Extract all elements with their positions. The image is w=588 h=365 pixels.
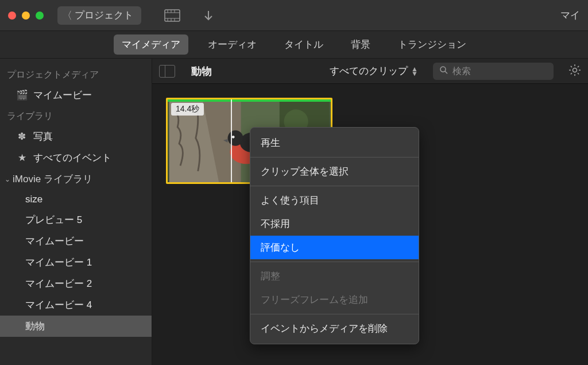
titlebar-right-text: マイ [560, 9, 580, 22]
sidebar-heading-project-media: プロジェクトメディア [0, 64, 152, 84]
menu-item-play[interactable]: 再生 [250, 131, 419, 155]
close-window-button[interactable] [8, 11, 16, 20]
clip-playhead[interactable] [231, 99, 232, 182]
sidebar-heading-library: ライブラリ [0, 106, 152, 126]
fullscreen-window-button[interactable] [36, 11, 44, 20]
clapperboard-icon: 🎬 [16, 89, 28, 101]
menu-separator [250, 262, 419, 262]
library-panel: 動物 すべてのクリップ ▲▼ [152, 59, 588, 365]
clip-duration-badge: 14.4秒 [171, 103, 204, 116]
titlebar: 〈 プロジェクト ♪ マイ [0, 0, 588, 31]
sidebar-item-label: マイムービー 2 [25, 277, 92, 290]
menu-separator [250, 157, 419, 157]
window-controls [8, 11, 44, 20]
tab-transitions[interactable]: トランジション [390, 34, 474, 55]
sidebar-item-label: size [25, 194, 42, 205]
search-icon [440, 66, 448, 76]
sidebar-group-label: iMovie ライブラリ [13, 172, 92, 186]
tab-my-media[interactable]: マイメディア [114, 34, 188, 55]
sidebar-item-label: マイムービー 1 [25, 256, 92, 269]
sidebar-item-photos[interactable]: ✽ 写真 [0, 126, 152, 147]
sidebar-item-mymovie[interactable]: マイムービー [0, 230, 152, 252]
sidebar-item-mymovie2[interactable]: マイムービー 2 [0, 273, 152, 294]
sidebar: プロジェクトメディア 🎬 マイムービー ライブラリ ✽ 写真 ★ すべてのイベン… [0, 59, 152, 365]
library-toolbar: 動物 すべてのクリップ ▲▼ [152, 59, 588, 84]
gear-icon[interactable] [568, 64, 581, 79]
svg-line-12 [445, 71, 447, 74]
tab-audio[interactable]: オーディオ [200, 34, 265, 55]
sidebar-item-my-movie[interactable]: 🎬 マイムービー [0, 84, 152, 106]
clip-context-menu: 再生 クリップ全体を選択 よく使う項目 不採用 評価なし 調整 フリーズフレーム… [250, 127, 419, 344]
svg-line-18 [571, 66, 572, 67]
sidebar-item-mymovie4[interactable]: マイムービー 4 [0, 294, 152, 316]
svg-line-20 [571, 73, 572, 74]
tab-titles[interactable]: タイトル [276, 34, 331, 55]
menu-item-reject[interactable]: 不採用 [250, 212, 419, 236]
sidebar-item-label: プレビュー 5 [25, 213, 82, 226]
sidebar-item-label: 写真 [33, 130, 53, 143]
clips-filter-dropdown[interactable]: すべてのクリップ ▲▼ [330, 64, 418, 78]
svg-point-26 [228, 130, 243, 146]
menu-item-favorites[interactable]: よく使う項目 [250, 189, 419, 212]
tab-backgrounds[interactable]: 背景 [343, 34, 378, 55]
search-field[interactable] [433, 63, 554, 80]
media-import-icon[interactable]: ♪ [164, 9, 180, 22]
sidebar-toggle-icon[interactable] [159, 65, 175, 78]
library-title: 動物 [191, 64, 212, 78]
sidebar-item-label: マイムービー [33, 89, 92, 102]
sidebar-item-label: 動物 [25, 320, 45, 333]
svg-line-21 [578, 66, 579, 67]
sidebar-item-size[interactable]: size [0, 190, 152, 209]
sidebar-item-preview5[interactable]: プレビュー 5 [0, 209, 152, 230]
menu-item-adjust: 調整 [250, 264, 419, 288]
filter-label: すべてのクリップ [330, 64, 408, 78]
svg-line-19 [578, 73, 579, 74]
menu-item-delete-from-event[interactable]: イベントからメディアを削除 [250, 317, 419, 340]
chevron-left-icon: 〈 [62, 9, 72, 22]
menu-separator [250, 186, 419, 186]
flower-icon: ✽ [16, 130, 28, 143]
svg-rect-0 [165, 10, 180, 21]
sort-arrows-icon: ▲▼ [411, 67, 418, 76]
menu-item-unrate[interactable]: 評価なし [250, 236, 419, 259]
sidebar-item-label: マイムービー [25, 235, 84, 248]
clips-area: 14.4秒 再生 クリップ全体を選択 よく使う項目 不採用 評価なし 調整 フリ… [152, 84, 588, 365]
menu-separator [250, 314, 419, 314]
search-input[interactable] [452, 66, 567, 76]
svg-point-11 [440, 67, 446, 72]
main-content: プロジェクトメディア 🎬 マイムービー ライブラリ ✽ 写真 ★ すべてのイベン… [0, 59, 588, 365]
media-tabs-bar: マイメディア オーディオ タイトル 背景 トランジション [0, 31, 588, 59]
minimize-window-button[interactable] [22, 11, 30, 20]
sidebar-item-all-events[interactable]: ★ すべてのイベント [0, 147, 152, 168]
svg-point-13 [573, 68, 577, 72]
sidebar-item-label: マイムービー 4 [25, 298, 92, 312]
sidebar-group-imovie-library[interactable]: ⌄ iMovie ライブラリ [0, 168, 152, 190]
sidebar-item-mymovie1[interactable]: マイムービー 1 [0, 252, 152, 273]
download-arrow-icon[interactable] [203, 9, 214, 22]
menu-item-add-freeze-frame: フリーズフレームを追加 [250, 288, 419, 312]
back-to-projects-button[interactable]: 〈 プロジェクト [57, 6, 141, 25]
chevron-down-icon: ⌄ [5, 175, 10, 183]
back-button-label: プロジェクト [75, 9, 133, 22]
svg-point-27 [232, 136, 235, 139]
sidebar-item-label: すべてのイベント [33, 151, 111, 164]
star-icon: ★ [16, 152, 28, 164]
sidebar-item-animals[interactable]: 動物 [0, 316, 152, 337]
titlebar-tool-icons: ♪ [164, 9, 214, 22]
menu-item-select-entire-clip[interactable]: クリップ全体を選択 [250, 160, 419, 183]
